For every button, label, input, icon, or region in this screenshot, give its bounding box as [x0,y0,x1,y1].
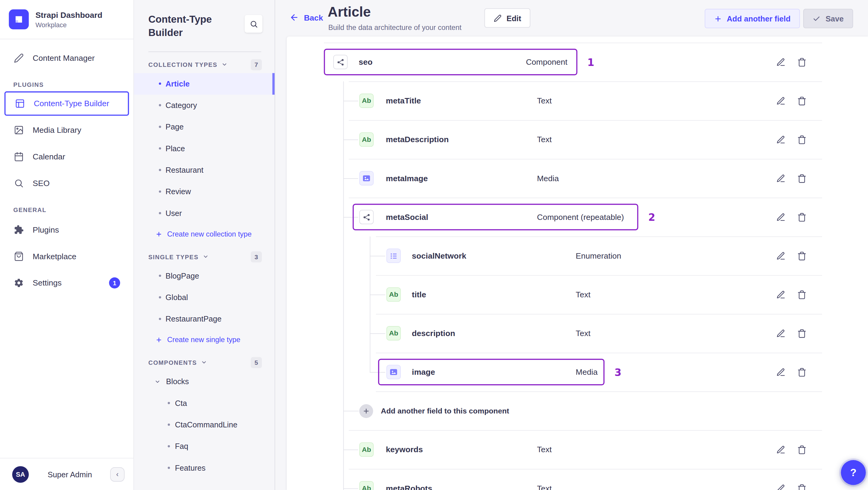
text-field-icon: Ab [386,287,401,302]
delete-field-button[interactable] [793,53,810,71]
check-icon [813,15,821,23]
subnav-item-restaurantpage[interactable]: RestaurantPage [134,308,275,330]
component-group-blocks[interactable]: Blocks [134,371,275,392]
sidebar-item-content-type-builder[interactable]: Content-Type Builder [4,91,129,116]
components-header[interactable]: COMPONENTS 5 [134,354,275,371]
delete-field-button[interactable] [793,92,810,110]
save-button[interactable]: Save [803,9,853,28]
sidebar-item-content-manager[interactable]: Content Manager [0,45,133,71]
delete-field-button[interactable] [793,131,810,149]
edit-field-button[interactable] [772,247,790,265]
subnav-item-blogpage[interactable]: BlogPage [134,265,275,287]
field-row-metatitle[interactable]: Ab metaTitle Text [287,81,868,120]
field-row-metasocial[interactable]: metaSocial Component (repeatable) 2 [287,197,868,236]
delete-field-button[interactable] [793,208,810,226]
field-name: keywords [386,430,423,469]
subnav-item-user[interactable]: User [134,203,275,224]
edit-field-button[interactable] [772,92,790,110]
subnav-item-features[interactable]: Features [134,457,275,479]
field-type: Text [537,430,552,469]
plus-icon [155,231,162,238]
field-name: metaRobots [386,469,432,490]
delete-field-button[interactable] [793,363,810,381]
field-row-metarobots[interactable]: Ab metaRobots Text [287,469,868,490]
add-field-to-component-label: Add another field to this component [381,391,509,430]
edit-field-button[interactable] [772,480,790,490]
delete-field-button[interactable] [793,480,810,490]
page-title: Article [328,4,371,20]
edit-field-button[interactable] [772,441,790,459]
edit-field-button[interactable] [772,170,790,187]
collection-types-count: 7 [251,59,262,70]
tree-stub [370,295,385,295]
single-types-header[interactable]: SINGLE TYPES 3 [134,249,275,265]
field-row-keywords[interactable]: Ab keywords Text [287,430,868,469]
arrow-left-icon [289,13,299,22]
subnav-item-place[interactable]: Place [134,138,275,159]
subnav-item-article[interactable]: Article [134,73,275,94]
field-type: Text [537,469,552,490]
edit-field-button[interactable] [772,363,790,381]
field-name: metaSocial [386,197,428,236]
collapse-sidebar-button[interactable]: ‹ [110,467,125,482]
search-button[interactable] [245,15,262,33]
field-type: Media [576,353,598,391]
field-row-metadescription[interactable]: Ab metaDescription Text [287,120,868,159]
chevron-down-icon [155,379,161,385]
edit-field-button[interactable] [772,208,790,226]
field-type: Text [537,120,552,159]
workspace-switcher[interactable]: Strapi Dashboard Workplace [0,0,133,39]
field-row-description[interactable]: Ab description Text [287,314,868,353]
add-field-to-component-row[interactable]: Add another field to this component [287,391,868,430]
subnav-item-review[interactable]: Review [134,181,275,202]
field-row-title[interactable]: Ab title Text [287,275,868,314]
subnav-item-faq[interactable]: Faq [134,435,275,457]
field-row-image[interactable]: image Media 3 [287,353,868,391]
delete-field-button[interactable] [793,170,810,187]
edit-field-button[interactable] [772,325,790,342]
sidebar-item-label: Calendar [33,152,65,161]
tree-stub [343,411,359,411]
add-another-field-button[interactable]: Add another field [705,9,800,28]
create-single-type-link[interactable]: Create new single type [134,330,275,350]
components-count: 5 [251,357,262,368]
edit-field-button[interactable] [772,131,790,149]
annotation-number-2: 2 [648,197,655,236]
text-field-icon: Ab [359,481,374,490]
field-type: Component (repeatable) [537,197,624,236]
edit-field-button[interactable] [772,53,790,71]
field-row-metaimage[interactable]: metaImage Media [287,159,868,197]
field-row-socialnetwork[interactable]: socialNetwork Enumeration [287,237,868,275]
sidebar-item-media-library[interactable]: Media Library [0,117,133,143]
delete-field-button[interactable] [793,247,810,265]
create-collection-type-link[interactable]: Create new collection type [134,224,275,244]
field-type: Text [537,81,552,120]
subnav-item-ctacommandline[interactable]: CtaCommandLine [134,414,275,435]
plus-icon [363,407,370,415]
delete-field-button[interactable] [793,441,810,459]
field-type: Enumeration [576,237,621,275]
subnav-item-restaurant[interactable]: Restaurant [134,159,275,181]
sidebar-item-plugins[interactable]: Plugins [0,217,133,243]
subnav-item-cta[interactable]: Cta [134,393,275,414]
field-row-seo[interactable]: seo Component 1 [287,43,868,81]
collection-types-header[interactable]: COLLECTION TYPES 7 [134,56,275,73]
delete-field-button[interactable] [793,325,810,342]
puzzle-icon [13,224,24,235]
brand-title: Strapi Dashboard [35,10,102,19]
back-button[interactable]: Back [289,13,323,22]
subnav-item-global[interactable]: Global [134,287,275,308]
subnav-item-category[interactable]: Category [134,95,275,116]
delete-field-button[interactable] [793,285,810,303]
main-content: Back Article Build the data architecture… [275,0,868,490]
add-field-circle-button[interactable] [359,404,373,418]
sidebar-item-marketplace[interactable]: Marketplace [0,243,133,270]
edit-field-button[interactable] [772,285,790,303]
help-button[interactable]: ? [841,460,866,485]
sidebar-item-settings[interactable]: Settings 1 [0,270,133,296]
subnav-item-page[interactable]: Page [134,116,275,137]
sidebar-item-seo[interactable]: SEO [0,170,133,196]
sidebar-item-calendar[interactable]: Calendar [0,143,133,170]
edit-button[interactable]: Edit [485,8,531,28]
field-name: metaDescription [386,120,449,159]
